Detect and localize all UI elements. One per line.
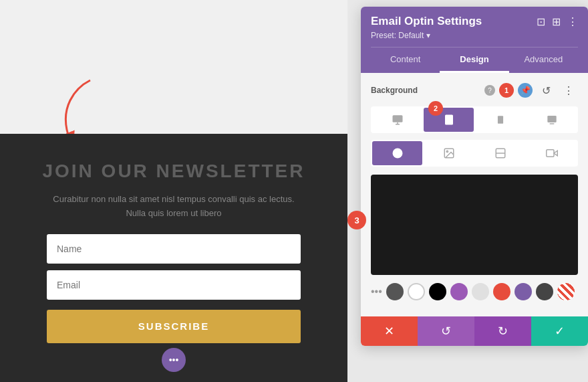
background-row: Background ? 1 📌 ↺ ⋮ xyxy=(371,81,578,100)
expand-icon[interactable]: ⊡ xyxy=(537,15,545,28)
swatch-violet[interactable] xyxy=(514,283,532,300)
background-label: Background xyxy=(371,86,480,95)
header-icon-group: ⊡ ⊞ ⋮ xyxy=(537,15,578,28)
columns-icon[interactable]: ⊞ xyxy=(552,15,561,28)
tab-content[interactable]: Content xyxy=(371,47,440,73)
swatch-charcoal[interactable] xyxy=(536,283,553,300)
image-bg-btn[interactable] xyxy=(424,141,474,165)
pin-icon[interactable]: 📌 xyxy=(518,83,533,98)
help-icon[interactable]: ? xyxy=(484,85,495,96)
newsletter-preview: JOIN OUR NEWSLETTER Curabitur non nulla … xyxy=(0,0,347,382)
action-buttons-row: ✕ ↺ ↻ ✓ xyxy=(361,316,588,346)
more-options-button[interactable]: ••• xyxy=(162,348,186,372)
bg-type-row xyxy=(371,140,578,167)
subscribe-button[interactable]: SUBSCRIBE xyxy=(47,310,301,343)
panel-header: Email Optin Settings ⊡ ⊞ ⋮ Preset: Defau… xyxy=(361,7,588,73)
tab-advanced[interactable]: Advanced xyxy=(509,47,578,73)
more-swatches-icon[interactable]: ••• xyxy=(371,286,382,298)
swatch-purple[interactable] xyxy=(450,283,468,300)
step-1-badge: 1 xyxy=(499,83,514,98)
name-input[interactable] xyxy=(47,234,301,264)
color-bg-btn[interactable] xyxy=(372,141,422,165)
mobile-btn[interactable] xyxy=(475,108,525,132)
svg-rect-0 xyxy=(392,115,402,122)
desktop-btn[interactable] xyxy=(372,108,422,132)
overflow-menu-icon[interactable]: ⋮ xyxy=(559,81,578,100)
dots-icon: ••• xyxy=(169,355,179,365)
reset-icon[interactable]: ↺ xyxy=(537,81,555,100)
color-preview-box xyxy=(371,175,578,275)
device-row-wrapper: 2 xyxy=(371,106,578,133)
newsletter-title: JOIN OUR NEWSLETTER xyxy=(42,161,305,182)
cancel-button[interactable]: ✕ xyxy=(361,316,418,346)
step-3-badge: 3 xyxy=(347,211,366,229)
email-input[interactable] xyxy=(47,270,301,300)
confirm-button[interactable]: ✓ xyxy=(531,316,588,346)
swatch-black[interactable] xyxy=(429,283,446,300)
swatch-red[interactable] xyxy=(493,283,510,300)
settings-panel: Email Optin Settings ⊡ ⊞ ⋮ Preset: Defau… xyxy=(361,7,588,346)
panel-title: Email Optin Settings xyxy=(371,15,482,28)
tv-btn[interactable] xyxy=(527,108,577,132)
svg-rect-4 xyxy=(497,116,502,124)
device-type-row xyxy=(371,106,578,133)
svg-rect-5 xyxy=(547,116,556,122)
svg-marker-11 xyxy=(554,151,557,156)
svg-point-8 xyxy=(446,151,448,152)
step-2-badge-wrapper: 2 xyxy=(428,101,443,116)
reset-button[interactable]: ↺ xyxy=(418,316,474,346)
top-area xyxy=(0,0,347,134)
svg-rect-12 xyxy=(546,150,553,157)
tabs-row: Content Design Advanced xyxy=(371,47,578,73)
swatch-white[interactable] xyxy=(408,283,425,300)
step-2-badge: 2 xyxy=(428,101,443,116)
newsletter-dark-bg: JOIN OUR NEWSLETTER Curabitur non nulla … xyxy=(0,134,347,382)
redo-button[interactable]: ↻ xyxy=(474,316,531,346)
more-icon[interactable]: ⋮ xyxy=(567,15,578,28)
swatch-stripe[interactable] xyxy=(557,283,575,300)
swatch-dark-gray[interactable] xyxy=(386,283,404,300)
gradient-bg-btn[interactable] xyxy=(475,141,525,165)
panel-body: Background ? 1 📌 ↺ ⋮ xyxy=(361,73,588,316)
color-swatches: ••• xyxy=(371,283,578,300)
svg-rect-3 xyxy=(445,115,453,125)
preset-label[interactable]: Preset: Default ▾ xyxy=(371,31,578,40)
tab-design[interactable]: Design xyxy=(440,47,508,73)
newsletter-description: Curabitur non nulla sit amet nisl tempus… xyxy=(47,193,301,221)
video-bg-btn[interactable] xyxy=(527,141,577,165)
swatch-light-gray[interactable] xyxy=(472,283,489,300)
header-top-row: Email Optin Settings ⊡ ⊞ ⋮ xyxy=(371,15,578,28)
